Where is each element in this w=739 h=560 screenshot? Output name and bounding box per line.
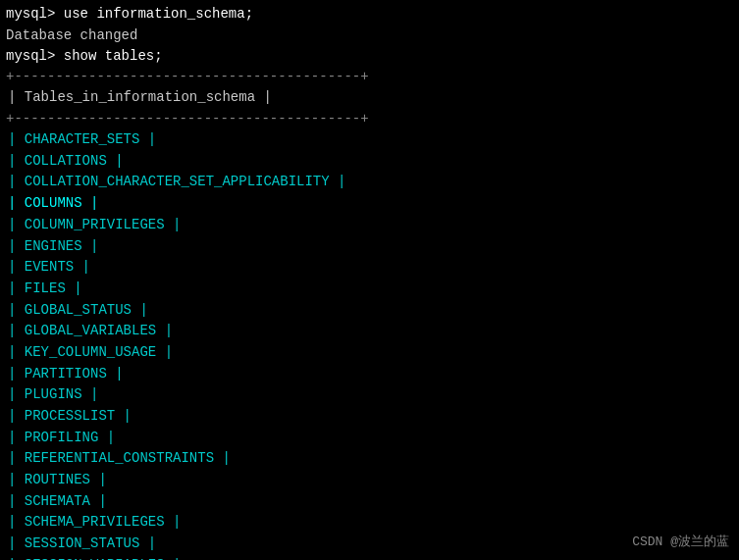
terminal-window: mysql> use information_schema; Database … [0, 0, 739, 560]
table-border-mid: +---------------------------------------… [6, 109, 733, 129]
list-item: | PLUGINS | [6, 384, 733, 406]
list-item: | FILES | [6, 279, 733, 300]
list-item: | PROFILING | [6, 428, 733, 449]
list-item: | KEY_COLUMN_USAGE | [6, 342, 733, 364]
list-item: | CHARACTER_SETS | [6, 129, 733, 151]
table-header-text: | Tables_in_information_schema | [8, 87, 272, 109]
list-item-columns: | COLUMNS | [6, 193, 733, 215]
list-item: | SCHEMA_PRIVILEGES | [6, 512, 733, 534]
list-item: | PROCESSLIST | [6, 406, 733, 428]
list-item: | ROUTINES | [6, 470, 733, 491]
list-item: | COLLATION_CHARACTER_SET_APPLICABILITY … [6, 172, 733, 193]
command-1: use information_schema; [64, 4, 253, 25]
list-item: | SCHEMATA | [6, 491, 733, 513]
command-line-2: mysql> show tables; [6, 46, 733, 68]
list-item: | COLLATIONS | [6, 151, 733, 173]
list-item: | REFERENTIAL_CONSTRAINTS | [6, 448, 733, 470]
prompt-1: mysql> [6, 4, 64, 25]
list-item: | GLOBAL_STATUS | [6, 300, 733, 322]
list-item: | GLOBAL_VARIABLES | [6, 321, 733, 342]
watermark: CSDN @波兰的蓝 [632, 533, 729, 550]
command-line-1: mysql> use information_schema; [6, 4, 733, 25]
table-border-top: +---------------------------------------… [6, 67, 733, 87]
prompt-2: mysql> [6, 46, 64, 68]
list-item: | ENGINES | [6, 236, 733, 258]
db-changed-message: Database changed [6, 25, 733, 46]
list-item: | SESSION_VARIABLES | [6, 555, 733, 560]
list-item: | EVENTS | [6, 257, 733, 279]
table-header: | Tables_in_information_schema | [6, 87, 733, 109]
list-item: | PARTITIONS | [6, 364, 733, 385]
list-item: | COLUMN_PRIVILEGES | [6, 215, 733, 236]
db-changed-text: Database changed [6, 25, 137, 46]
command-2: show tables; [64, 46, 163, 68]
list-item: | SESSION_STATUS | [6, 534, 733, 555]
